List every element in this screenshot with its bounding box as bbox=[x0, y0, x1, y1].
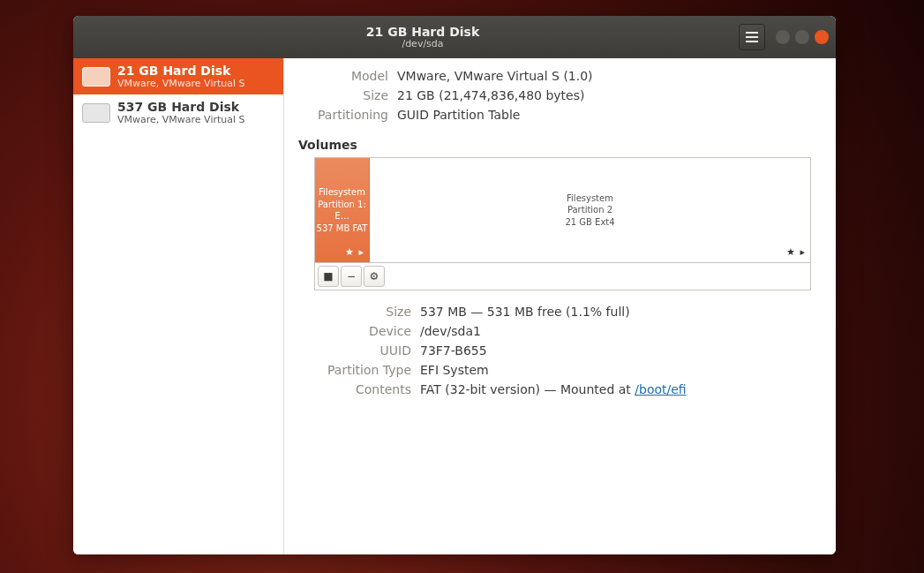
volume-partition-2[interactable]: Filesystem Partition 2 21 GB Ext4 ★ ▸ bbox=[370, 158, 810, 262]
stop-icon: ■ bbox=[323, 270, 333, 283]
value-size: 21 GB (21,474,836,480 bytes) bbox=[397, 88, 584, 102]
mount-point-link[interactable]: /boot/efi bbox=[635, 382, 686, 396]
volumes-diagram: Filesystem Partition 1: E… 537 MB FAT ★ … bbox=[314, 157, 811, 263]
value-model: VMware, VMware Virtual S (1.0) bbox=[397, 69, 593, 83]
vol-line: Partition 2 bbox=[567, 204, 612, 216]
value-device: /dev/sda1 bbox=[420, 324, 481, 338]
partition-options-button[interactable]: ⚙ bbox=[364, 266, 385, 287]
label-contents: Contents bbox=[297, 382, 411, 396]
unmount-button[interactable]: ■ bbox=[318, 266, 339, 287]
svg-rect-0 bbox=[746, 32, 758, 34]
minus-icon: − bbox=[347, 270, 356, 283]
disk-details: Model VMware, VMware Virtual S (1.0) Siz… bbox=[284, 58, 836, 554]
main-split: 21 GB Hard Disk VMware, VMware Virtual S… bbox=[73, 58, 836, 554]
gears-icon: ⚙ bbox=[370, 270, 379, 283]
titlebar: 21 GB Hard Disk /dev/sda bbox=[73, 16, 836, 58]
label-partitioning: Partitioning bbox=[297, 108, 388, 122]
hamburger-menu-button[interactable] bbox=[739, 24, 765, 50]
disk-sub: VMware, VMware Virtual S bbox=[117, 114, 245, 125]
label-size: Size bbox=[297, 88, 388, 102]
hard-disk-icon bbox=[82, 67, 110, 87]
volume-action-bar: ■ − ⚙ bbox=[314, 263, 811, 290]
volume-status-icons: ★ ▸ bbox=[786, 246, 806, 260]
title-center: 21 GB Hard Disk /dev/sda bbox=[114, 25, 732, 50]
disk-title: 21 GB Hard Disk bbox=[117, 64, 245, 78]
window-title: 21 GB Hard Disk bbox=[114, 25, 732, 39]
hard-disk-icon bbox=[82, 103, 110, 123]
vol-line: 537 MB FAT bbox=[317, 222, 368, 235]
disk-sub: VMware, VMware Virtual S bbox=[117, 78, 245, 89]
window-controls bbox=[776, 30, 829, 44]
label-ptype: Partition Type bbox=[297, 363, 411, 377]
row-size: Size 21 GB (21,474,836,480 bytes) bbox=[297, 88, 811, 102]
label-uuid: UUID bbox=[297, 343, 411, 358]
contents-text: FAT (32-bit version) — Mounted at bbox=[420, 382, 635, 396]
hamburger-icon bbox=[746, 32, 758, 42]
vol-line: 21 GB Ext4 bbox=[565, 216, 614, 229]
volumes-header: Volumes bbox=[298, 138, 811, 152]
label-p-size: Size bbox=[297, 305, 411, 319]
value-uuid: 73F7-B655 bbox=[420, 343, 487, 358]
value-partitioning: GUID Partition Table bbox=[397, 108, 520, 122]
svg-rect-2 bbox=[746, 41, 758, 42]
sidebar-item-disk-1[interactable]: 537 GB Hard Disk VMware, VMware Virtual … bbox=[73, 94, 283, 131]
row-partitioning: Partitioning GUID Partition Table bbox=[297, 108, 811, 122]
minimize-button[interactable] bbox=[776, 30, 790, 44]
close-button[interactable] bbox=[815, 30, 829, 44]
sidebar-item-disk-0[interactable]: 21 GB Hard Disk VMware, VMware Virtual S bbox=[73, 58, 283, 94]
volume-partition-1[interactable]: Filesystem Partition 1: E… 537 MB FAT ★ … bbox=[315, 158, 370, 262]
vol-line: Partition 1: E… bbox=[315, 199, 369, 222]
disk-title: 537 GB Hard Disk bbox=[117, 100, 245, 114]
value-ptype: EFI System bbox=[420, 363, 489, 377]
window-subtitle: /dev/sda bbox=[114, 39, 732, 50]
value-contents: FAT (32-bit version) — Mounted at /boot/… bbox=[420, 382, 687, 396]
maximize-button[interactable] bbox=[795, 30, 809, 44]
label-model: Model bbox=[297, 69, 388, 83]
delete-partition-button[interactable]: − bbox=[341, 266, 362, 287]
row-model: Model VMware, VMware Virtual S (1.0) bbox=[297, 69, 811, 83]
volume-status-icons: ★ ▸ bbox=[345, 246, 364, 260]
vol-line: Filesystem bbox=[319, 186, 365, 199]
disks-window: 21 GB Hard Disk /dev/sda 21 GB Hard Disk… bbox=[73, 16, 836, 554]
value-p-size: 537 MB — 531 MB free (1.1% full) bbox=[420, 305, 630, 319]
vol-line: Filesystem bbox=[567, 192, 613, 205]
partition-details: Size 537 MB — 531 MB free (1.1% full) De… bbox=[297, 305, 811, 402]
svg-rect-1 bbox=[746, 36, 758, 38]
disk-sidebar: 21 GB Hard Disk VMware, VMware Virtual S… bbox=[73, 58, 284, 554]
label-device: Device bbox=[297, 324, 411, 338]
